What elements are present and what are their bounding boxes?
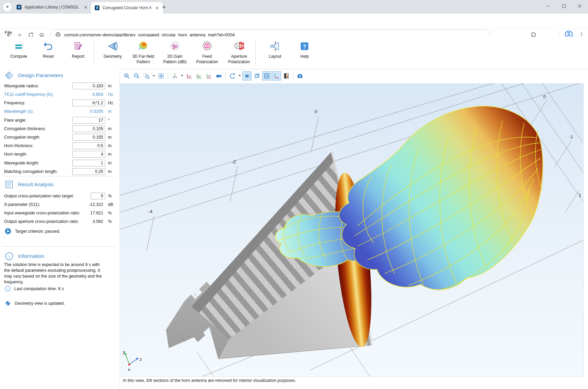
feed-polarization-icon: [191, 39, 223, 54]
close-icon[interactable]: [83, 6, 88, 9]
graphics-canvas[interactable]: 0 -2 -4 0 -1 1: [120, 83, 584, 377]
comsol-favicon-icon: [16, 4, 22, 10]
tab-application-library[interactable]: Application Library | COMSOL S: [13, 2, 92, 12]
view-dropdown-icon[interactable]: [181, 75, 183, 76]
svg-text:1: 1: [579, 193, 582, 198]
report-icon: [63, 39, 93, 54]
grid-toggle[interactable]: [262, 71, 271, 81]
result-row: Output aperture cross-polarization ratio…: [4, 218, 117, 225]
horn-thickness-input[interactable]: [72, 142, 105, 149]
geometry-icon: [97, 39, 128, 54]
waveguide-length-input[interactable]: [72, 160, 105, 166]
3d-farfield-pattern-button[interactable]: 3D Far-fieldPattern: [128, 39, 159, 65]
target-criterion-status: Target criterion: passed.: [5, 228, 60, 234]
transparency-toggle[interactable]: [252, 71, 261, 81]
input-cross-polarization-value: 17.621: [72, 211, 105, 215]
snapshot-button[interactable]: [295, 71, 305, 81]
tab-search-button[interactable]: [3, 3, 12, 11]
close-window-button[interactable]: [572, 0, 587, 12]
close-icon[interactable]: [154, 6, 160, 10]
ribbon-separator: [255, 41, 256, 65]
svg-text:z: z: [140, 357, 142, 362]
projection-camera-button[interactable]: [214, 71, 223, 81]
tab-corrugated-horn[interactable]: Corrugated Circular Horn Anten: [91, 2, 163, 14]
ribbon-separator: [94, 41, 94, 65]
2d-gain-pattern-button[interactable]: 2D GainPattern (dBi): [159, 39, 191, 65]
zoom-in-button[interactable]: [122, 71, 131, 81]
svg-text:0: 0: [315, 109, 317, 114]
svg-text:y: y: [123, 349, 125, 354]
file-menu[interactable]: File: [5, 30, 12, 35]
waveguide-radius-input[interactable]: [72, 83, 105, 89]
zoom-out-button[interactable]: [132, 71, 141, 81]
reset-button[interactable]: Reset: [33, 39, 63, 59]
toolbar-separator: [293, 72, 293, 79]
help-icon: ?: [289, 39, 320, 54]
param-row: Matching corrugation length: m: [4, 168, 117, 175]
geometry-button[interactable]: Geometry: [97, 39, 128, 59]
param-row: Waveguide radius: m: [4, 83, 117, 90]
svg-text:-2: -2: [232, 159, 236, 164]
zoom-box-dropdown-icon[interactable]: [152, 75, 155, 76]
svg-text:?: ?: [303, 44, 306, 50]
view-xz-button[interactable]: xz: [204, 71, 214, 81]
wavelength-value: 0.5205: [72, 109, 105, 114]
new-tab-button[interactable]: [160, 3, 168, 11]
legend-toggle[interactable]: [282, 71, 291, 81]
zoom-extents-button[interactable]: [157, 71, 166, 81]
frequency-input[interactable]: [72, 100, 105, 106]
feed-polarization-button[interactable]: FeedPolarization: [191, 39, 223, 65]
help-button[interactable]: ? Help: [289, 39, 320, 59]
last-computation-item: i Last computation time: 6 s: [5, 286, 64, 291]
param-row: Horn thickness: m: [4, 142, 117, 149]
horn-length-input[interactable]: [72, 151, 105, 158]
matching-corrugation-length-input[interactable]: [72, 168, 105, 175]
toolbar-separator: [168, 72, 168, 79]
window-controls: [540, 0, 587, 12]
cross-polarization-target-input[interactable]: [91, 193, 105, 199]
graphics-toolbar: xy yz xz: [121, 70, 305, 82]
section-divider: [3, 246, 116, 247]
zoom-box-button[interactable]: [142, 71, 151, 81]
toolbar-separator: [225, 72, 226, 79]
compute-icon: [3, 39, 34, 54]
param-row: Frequency: Hz: [4, 100, 117, 107]
layout-button[interactable]: Layout: [260, 39, 290, 59]
svg-text:i: i: [8, 253, 10, 259]
output-cross-polarization-value: 3.062: [72, 219, 105, 224]
maximize-button[interactable]: [556, 0, 572, 12]
browser-tabstrip: Application Library | COMSOL S Corrugate…: [0, 0, 588, 14]
svg-text:x: x: [128, 367, 130, 372]
rotate-view-button[interactable]: [228, 71, 237, 81]
corrugation-length-input[interactable]: [72, 134, 105, 141]
app-ribbon: Compute Reset Report Geometry 3D Far-fie…: [0, 37, 588, 69]
default-view-button[interactable]: [170, 71, 179, 81]
tab-title: Corrugated Circular Horn Anten: [103, 5, 151, 10]
view-xy-button[interactable]: xy: [185, 71, 194, 81]
minimize-button[interactable]: [540, 0, 556, 12]
report-button[interactable]: Report: [63, 39, 93, 59]
te11-cutoff-value: 4.8E8: [72, 92, 105, 97]
view-caption: In this view, 3/8 sections of the horn a…: [123, 378, 296, 383]
layout-icon: [260, 39, 290, 54]
comsol-favicon-icon: [94, 5, 100, 11]
information-paragraph: The solution time is expected to be arou…: [4, 262, 106, 285]
chevron-down-icon: [6, 6, 9, 8]
3d-farfield-icon: [128, 39, 159, 54]
result-row: Output cross-polarization ratio target: …: [4, 193, 117, 200]
app-window: Application Library | COMSOL S Corrugate…: [0, 0, 588, 389]
view-yz-button[interactable]: yz: [195, 71, 204, 81]
scene-light-toggle[interactable]: [242, 71, 252, 81]
flare-angle-input[interactable]: [72, 117, 105, 124]
param-row: TE11 cutoff frequency (fc): 4.8E8 Hz: [4, 91, 117, 98]
svg-text:xz: xz: [208, 74, 210, 77]
aperture-polarization-button[interactable]: AperturePolarization: [223, 39, 255, 65]
axes-toggle[interactable]: [272, 71, 281, 81]
result-analysis-header: Result Analysis: [5, 180, 54, 189]
corrugation-thickness-input[interactable]: [72, 125, 105, 132]
rotate-dropdown-icon[interactable]: [238, 75, 241, 76]
design-parameters-header: Design Parameters: [5, 71, 63, 80]
compute-button[interactable]: Compute: [3, 39, 34, 59]
reset-icon: [33, 39, 63, 54]
aperture-polarization-icon: [223, 39, 255, 54]
